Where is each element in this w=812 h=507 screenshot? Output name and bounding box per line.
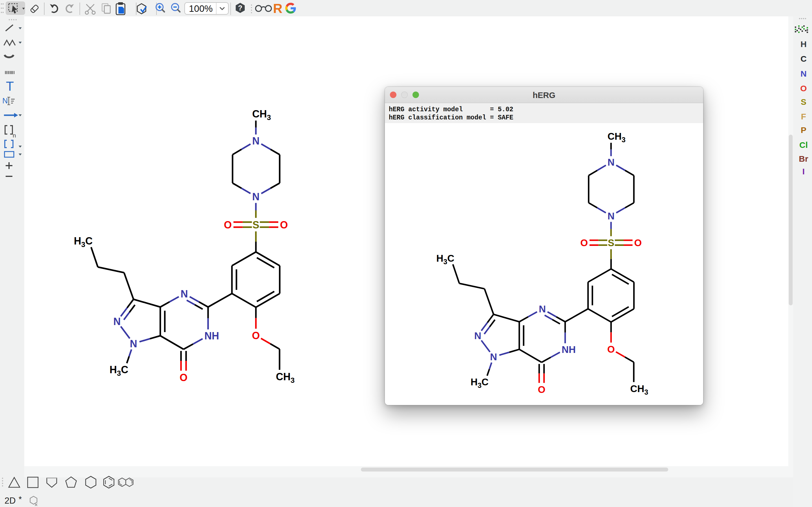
- svg-text:P: P: [801, 125, 806, 135]
- svg-text:H: H: [801, 40, 807, 49]
- svg-text:Br: Br: [799, 154, 808, 163]
- svg-text:R: R: [273, 1, 282, 16]
- svg-text:Cl: Cl: [799, 140, 808, 150]
- svg-text:T: T: [6, 79, 14, 94]
- svg-text:100%: 100%: [189, 3, 213, 14]
- svg-text:2D: 2D: [4, 496, 16, 506]
- svg-text:*: *: [18, 495, 22, 504]
- svg-text:O: O: [800, 83, 807, 93]
- svg-text:I: I: [802, 167, 805, 176]
- svg-text:F: F: [801, 112, 806, 121]
- svg-text:N: N: [801, 69, 807, 78]
- svg-text:S: S: [801, 97, 806, 107]
- svg-text:n: n: [13, 132, 16, 138]
- svg-text:?: ?: [238, 4, 242, 12]
- svg-text:N: N: [2, 97, 8, 105]
- svg-text:C: C: [801, 54, 807, 63]
